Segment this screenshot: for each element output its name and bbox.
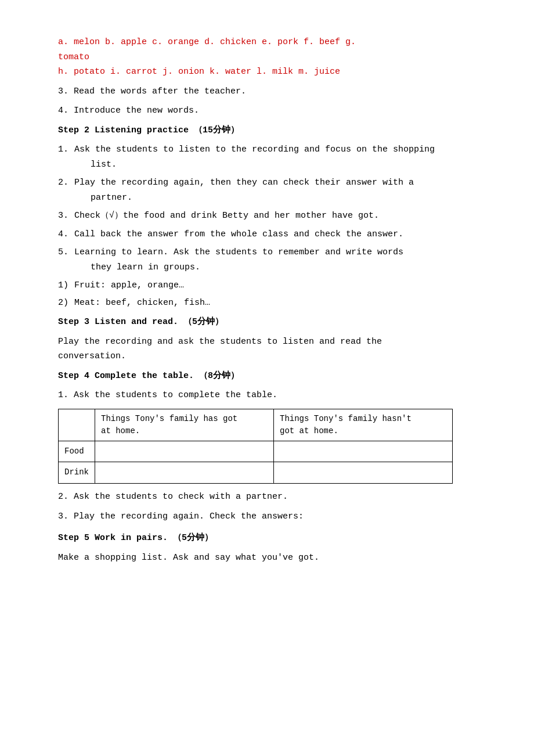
step4-time: （8分钟） bbox=[199, 371, 239, 381]
step2-item2-content: Play the recording again, then they can … bbox=[74, 175, 488, 205]
table-header-col1: Things Tony's family has gotat home. bbox=[95, 409, 274, 441]
step2-item4: 4. Call back the answer from the whole c… bbox=[58, 227, 488, 242]
table-row-food-col2 bbox=[274, 441, 453, 462]
item3-text: 3. Read the words after the teacher. bbox=[58, 84, 488, 99]
sub-item1-num: 1) bbox=[58, 278, 74, 293]
table-row-drink-col2 bbox=[274, 462, 453, 484]
table-row-food-label: Food bbox=[59, 441, 95, 462]
vocab-line1: a. melon b. apple c. orange d. chicken e… bbox=[58, 35, 488, 50]
sub-item1: 1) Fruit: apple, orange… bbox=[58, 278, 488, 293]
sub-item2: 2) Meat: beef, chicken, fish… bbox=[58, 296, 488, 311]
step5-heading: Step 5 Work in pairs. bbox=[58, 533, 168, 543]
step5-content: Make a shopping list. Ask and say what y… bbox=[58, 550, 488, 566]
step4-heading-container: Step 4 Complete the table. （8分钟） bbox=[58, 369, 488, 384]
step2-item3-content: Check（√）the food and drink Betty and her… bbox=[74, 208, 488, 224]
step2-item1-num: 1. bbox=[58, 142, 74, 172]
step2-item2-cont: partner. bbox=[74, 190, 488, 206]
step4-item3-text: 3. Play the recording again. Check the a… bbox=[58, 509, 488, 524]
vocab-line3: h. potato i. carrot j. onion k. water l.… bbox=[58, 64, 488, 80]
step4-heading: Step 4 Complete the table. bbox=[58, 371, 194, 381]
completion-table: Things Tony's family has gotat home. Thi… bbox=[58, 409, 453, 484]
step2-time: （15分钟） bbox=[194, 125, 239, 135]
step2-item5-text: Learning to learn. Ask the students to r… bbox=[74, 245, 488, 260]
step3-text2: conversation. bbox=[58, 349, 488, 364]
step2-item1: 1. Ask the students to listen to the rec… bbox=[58, 142, 488, 172]
step5-heading-container: Step 5 Work in pairs. （5分钟） bbox=[58, 531, 488, 546]
vocab-line2: tomato bbox=[58, 50, 488, 65]
step2-item1-cont: list. bbox=[74, 157, 488, 172]
step2-item5: 5. Learning to learn. Ask the students t… bbox=[58, 245, 488, 275]
table-header-row: Things Tony's family has gotat home. Thi… bbox=[59, 409, 453, 441]
step2-heading: Step 2 Listening practice bbox=[58, 125, 189, 135]
step2-item4-content: Call back the answer from the whole clas… bbox=[74, 227, 488, 242]
step5-time: （5分钟） bbox=[173, 533, 213, 543]
step2-item3: 3. Check（√）the food and drink Betty and … bbox=[58, 208, 488, 224]
step3-text1: Play the recording and ask the students … bbox=[58, 334, 488, 350]
step2-item3-num: 3. bbox=[58, 208, 74, 224]
step2-heading-container: Step 2 Listening practice （15分钟） bbox=[58, 123, 488, 138]
sub-items: 1) Fruit: apple, orange… 2) Meat: beef, … bbox=[58, 278, 488, 310]
table-container: Things Tony's family has gotat home. Thi… bbox=[58, 409, 488, 484]
item4-text: 4. Introduce the new words. bbox=[58, 103, 488, 118]
step2-item3-text: Check（√）the food and drink Betty and her… bbox=[74, 208, 488, 224]
step2-item5-content: Learning to learn. Ask the students to r… bbox=[74, 245, 488, 275]
step2-item2-text: Play the recording again, then they can … bbox=[74, 175, 488, 190]
step2-item2: 2. Play the recording again, then they c… bbox=[58, 175, 488, 205]
step2-item5-num: 5. bbox=[58, 245, 74, 275]
sub-item2-content: Meat: beef, chicken, fish… bbox=[74, 296, 210, 311]
step2-item1-text: Ask the students to listen to the record… bbox=[74, 142, 488, 157]
step2-item2-num: 2. bbox=[58, 175, 74, 205]
step4-item3-container: 3. Play the recording again. Check the a… bbox=[58, 509, 488, 524]
table-header-col0 bbox=[59, 409, 95, 441]
step3-heading-container: Step 3 Listen and read. （5分钟） bbox=[58, 315, 488, 330]
step3-content: Play the recording and ask the students … bbox=[58, 334, 488, 364]
step2-items: 1. Ask the students to listen to the rec… bbox=[58, 142, 488, 275]
table-row-food: Food bbox=[59, 441, 453, 462]
vocabulary-section: a. melon b. apple c. orange d. chicken e… bbox=[58, 35, 488, 80]
sub-item1-content: Fruit: apple, orange… bbox=[74, 278, 184, 293]
table-row-drink-col1 bbox=[95, 462, 274, 484]
table-row-drink: Drink bbox=[59, 462, 453, 484]
table-row-drink-label: Drink bbox=[59, 462, 95, 484]
step2-item4-num: 4. bbox=[58, 227, 74, 242]
item3: 3. Read the words after the teacher. bbox=[58, 84, 488, 99]
table-row-food-col1 bbox=[95, 441, 274, 462]
step2-item4-text: Call back the answer from the whole clas… bbox=[74, 227, 488, 242]
step4-intro: 1. Ask the students to complete the tabl… bbox=[58, 388, 488, 403]
step5-text: Make a shopping list. Ask and say what y… bbox=[58, 550, 488, 566]
step2-item5-cont: they learn in groups. bbox=[74, 260, 488, 275]
step3-heading: Step 3 Listen and read. bbox=[58, 317, 178, 327]
table-header-col2: Things Tony's family hasn'tgot at home. bbox=[274, 409, 453, 441]
step2-item1-content: Ask the students to listen to the record… bbox=[74, 142, 488, 172]
step4-item2-container: 2. Ask the students to check with a part… bbox=[58, 489, 488, 505]
item4: 4. Introduce the new words. bbox=[58, 103, 488, 118]
step4-item2-text: 2. Ask the students to check with a part… bbox=[58, 489, 488, 505]
step3-time: （5分钟） bbox=[183, 317, 223, 327]
sub-item2-num: 2) bbox=[58, 296, 74, 311]
